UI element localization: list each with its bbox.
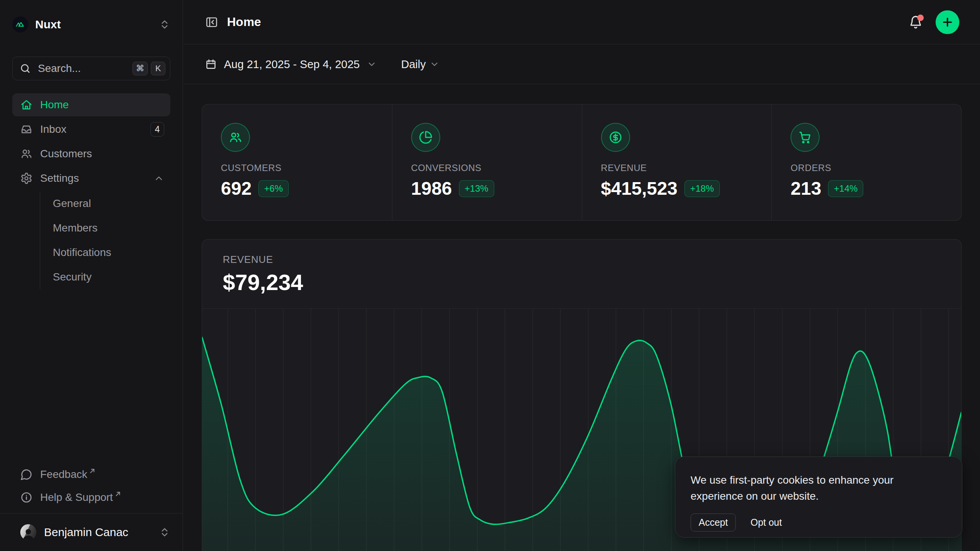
- user-name: Benjamin Canac: [44, 526, 128, 539]
- sidebar-item-notifications[interactable]: Notifications: [40, 240, 170, 265]
- granularity-select[interactable]: Daily: [401, 58, 439, 71]
- sidebar-item-settings[interactable]: Settings: [12, 167, 170, 190]
- date-range-value: Aug 21, 2025 - Sep 4, 2025: [224, 58, 360, 71]
- stat-card-orders[interactable]: ORDERS 213 +14%: [771, 104, 961, 220]
- stat-card-revenue[interactable]: REVENUE $415,523 +18%: [582, 104, 772, 220]
- stats-grid: CUSTOMERS 692 +6% CONVERSIONS 1986 +13%: [202, 104, 962, 221]
- sidebar: Nuxt Search... ⌘ K Home: [0, 0, 183, 551]
- sidebar-item-label: Inbox: [40, 123, 67, 135]
- sidebar-item-home[interactable]: Home: [12, 93, 170, 116]
- stat-label: REVENUE: [601, 163, 772, 173]
- sidebar-item-customers[interactable]: Customers: [12, 142, 170, 165]
- chevrons-up-down-icon: [159, 527, 170, 538]
- stat-label: CUSTOMERS: [221, 163, 392, 173]
- stat-value: 1986: [411, 178, 452, 199]
- gear-icon: [20, 172, 33, 184]
- inbox-icon: [20, 123, 33, 135]
- info-circle-icon: [20, 491, 33, 504]
- chat-bubble-icon: [20, 468, 33, 481]
- search-placeholder: Search...: [38, 62, 81, 75]
- stat-card-conversions[interactable]: CONVERSIONS 1986 +13%: [392, 104, 582, 220]
- home-icon: [20, 99, 33, 111]
- help-support-label: Help & Support: [40, 491, 113, 504]
- notification-dot: [917, 15, 924, 21]
- stat-delta-badge: +13%: [459, 180, 494, 197]
- page-header: Home: [183, 0, 980, 44]
- stat-delta-badge: +6%: [258, 180, 289, 197]
- nuxt-logo-icon: [12, 16, 28, 33]
- revenue-chart-label: REVENUE: [223, 254, 961, 266]
- users-icon: [20, 148, 33, 160]
- users-icon: [221, 123, 250, 152]
- sidebar-footer: Feedback Help & Support: [12, 463, 170, 509]
- accept-button[interactable]: Accept: [691, 514, 736, 531]
- external-link-icon: [89, 468, 96, 474]
- chevron-down-icon: [430, 59, 439, 69]
- workspace-selector[interactable]: Nuxt: [12, 11, 170, 37]
- settings-subnav: General Members Notifications Security: [40, 191, 170, 289]
- feedback-label: Feedback: [40, 468, 87, 481]
- feedback-link[interactable]: Feedback: [12, 463, 170, 486]
- sidebar-item-label: Customers: [40, 148, 92, 160]
- external-link-icon: [114, 491, 121, 497]
- notifications-button[interactable]: [907, 14, 924, 31]
- sidebar-item-inbox[interactable]: Inbox 4: [12, 118, 170, 141]
- pie-chart-icon: [411, 123, 440, 152]
- stat-card-customers[interactable]: CUSTOMERS 692 +6%: [202, 104, 392, 220]
- sidebar-collapse-button[interactable]: [205, 15, 219, 29]
- sidebar-item-security[interactable]: Security: [40, 265, 170, 289]
- sidebar-item-label: Home: [40, 99, 69, 111]
- add-button[interactable]: [936, 10, 959, 34]
- stat-value: 692: [221, 178, 252, 199]
- help-support-link[interactable]: Help & Support: [12, 486, 170, 509]
- search-icon: [20, 63, 31, 74]
- revenue-chart-value: $79,234: [223, 269, 961, 295]
- search-input[interactable]: Search... ⌘ K: [12, 57, 170, 80]
- calendar-icon: [205, 58, 217, 70]
- kbd-cmd: ⌘: [132, 62, 148, 75]
- cookie-banner: We use first-party cookies to enhance yo…: [675, 456, 962, 538]
- inbox-count-badge: 4: [150, 122, 164, 137]
- stat-label: ORDERS: [791, 163, 961, 173]
- kbd-k: K: [151, 62, 165, 75]
- stat-delta-badge: +18%: [684, 180, 720, 197]
- sidebar-item-general[interactable]: General: [40, 191, 170, 216]
- chevron-up-icon: [154, 173, 164, 184]
- dollar-circle-icon: [601, 123, 630, 152]
- stat-label: CONVERSIONS: [411, 163, 582, 173]
- opt-out-button[interactable]: Opt out: [750, 517, 782, 528]
- stat-delta-badge: +14%: [828, 180, 863, 197]
- page-title: Home: [227, 15, 261, 29]
- chevron-down-icon: [367, 59, 377, 69]
- search-shortcut: ⌘ K: [132, 62, 165, 75]
- user-menu[interactable]: Benjamin Canac: [0, 513, 183, 551]
- sidebar-item-label: Settings: [40, 172, 79, 184]
- chevrons-up-down-icon: [159, 19, 170, 30]
- stat-value: 213: [791, 178, 821, 199]
- sidebar-item-members[interactable]: Members: [40, 216, 170, 240]
- stat-value: $415,523: [601, 178, 678, 199]
- date-range-picker[interactable]: Aug 21, 2025 - Sep 4, 2025: [205, 58, 377, 71]
- granularity-value: Daily: [401, 58, 426, 71]
- cookie-message: We use first-party cookies to enhance yo…: [691, 472, 947, 504]
- workspace-name: Nuxt: [35, 18, 61, 31]
- sidebar-nav: Home Inbox 4 Customers: [12, 93, 170, 289]
- cart-icon: [791, 123, 820, 152]
- avatar: [20, 524, 36, 540]
- filters-bar: Aug 21, 2025 - Sep 4, 2025 Daily: [183, 45, 980, 84]
